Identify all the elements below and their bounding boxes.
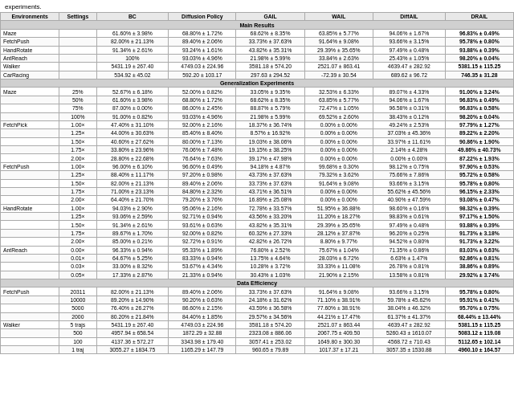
table-cell: 0.01× xyxy=(59,254,96,262)
table-cell xyxy=(1,112,59,120)
table-cell: 93.88% ± 0.39% xyxy=(445,221,513,229)
table-cell: 3581.18 ± 574.20 xyxy=(236,320,304,328)
table-cell xyxy=(1,154,59,162)
table-cell: 87.00% ± 0.00% xyxy=(96,104,169,112)
table-cell: HandRotate xyxy=(1,46,59,54)
table-cell: 84.80% ± 2.32% xyxy=(169,187,236,195)
table-cell: 98.12% ± 0.75% xyxy=(373,162,445,170)
table-cell: 44.21% ± 17.47% xyxy=(304,312,373,320)
table-cell: 80.00% ± 7.13% xyxy=(169,137,236,145)
table-cell: FetchPush xyxy=(1,38,59,46)
table-cell: 1.50× xyxy=(59,137,96,145)
table-cell: 96.83% ± 0.49% xyxy=(445,29,513,37)
table-cell: 93.66% ± 3.15% xyxy=(373,179,445,187)
table-cell xyxy=(1,271,59,279)
table-cell: 94.03% ± 2.90% xyxy=(96,204,169,212)
col-diffusion: Diffusion Policy xyxy=(169,13,236,21)
table-cell: 76.64% ± 7.63% xyxy=(169,154,236,162)
table-cell: 1.25× xyxy=(59,129,96,137)
table-cell: 50% xyxy=(59,96,96,104)
table-cell: 2067.75 ± 409.50 xyxy=(304,329,373,337)
table-cell: 68.44% ± 13.44% xyxy=(445,312,513,320)
table-cell: 960.65 ± 79.89 xyxy=(236,346,304,354)
table-cell: 0.00% ± 0.00% xyxy=(304,120,373,128)
table-cell: 4749.03 ± 224.96 xyxy=(169,320,236,328)
table-cell: 68.62% ± 8.35% xyxy=(236,96,304,104)
table-cell: 49.24% ± 2.53% xyxy=(373,120,445,128)
table-cell: 60.32% ± 27.33% xyxy=(236,229,304,237)
table-cell: 85.00% ± 0.21% xyxy=(96,238,169,246)
table-cell: 84.40% ± 1.85% xyxy=(169,312,236,320)
table-cell: 93.61% ± 0.63% xyxy=(169,221,236,229)
table-cell: 96.83% ± 0.49% xyxy=(445,96,513,104)
table-cell: 0.00% ± 0.00% xyxy=(304,129,373,137)
table-cell: Maze xyxy=(1,29,59,37)
table-cell: 4137.36 ± 572.27 xyxy=(96,337,169,345)
table-cell: 75.67% ± 1.04% xyxy=(304,246,373,254)
table-cell: 93.03% ± 4.96% xyxy=(169,112,236,120)
table-cell: 96.33% ± 0.94% xyxy=(96,246,169,254)
table-cell: 63.85% ± 5.77% xyxy=(304,29,373,37)
table-cell: 5381.15 ± 115.25 xyxy=(445,63,513,71)
table-cell: 1165.29 ± 147.79 xyxy=(169,346,236,354)
table-cell: 10.28% ± 3.72% xyxy=(236,263,304,271)
table-cell: 0.00% ± 0.00% xyxy=(304,196,373,204)
table-cell: 95.06% ± 2.16% xyxy=(169,204,236,212)
table-cell: 1.00× xyxy=(59,204,96,212)
table-cell: 1.75× xyxy=(59,187,96,195)
table-cell: 0.00% ± 0.00% xyxy=(304,187,373,195)
table-cell: 93.88% ± 0.39% xyxy=(445,46,513,54)
table-cell: CarRacing xyxy=(1,71,59,79)
table-cell xyxy=(1,346,59,354)
table-cell: 90.20% ± 0.63% xyxy=(169,296,236,304)
table-cell: 33.84% ± 2.63% xyxy=(304,54,373,62)
table-cell: 93.66% ± 3.15% xyxy=(373,287,445,296)
table-cell: 28.80% ± 22.68% xyxy=(96,154,169,162)
table-cell: 4957.94 ± 658.54 xyxy=(96,329,169,337)
table-cell: 1872.29 ± 32.88 xyxy=(169,329,236,337)
table-cell: 89.40% ± 2.06% xyxy=(169,287,236,296)
table-cell: 92.00% ± 0.82% xyxy=(169,229,236,237)
table-cell: 83.03% ± 0.63% xyxy=(445,246,513,254)
table-cell: 83.33% ± 0.94% xyxy=(169,254,236,262)
table-cell: 98.83% ± 0.61% xyxy=(373,213,445,221)
table-cell: 91.00% ± 0.82% xyxy=(96,112,169,120)
table-cell: 96.58% ± 0.31% xyxy=(373,104,445,112)
table-cell: 43.56% ± 33.20% xyxy=(236,213,304,221)
table-cell xyxy=(1,238,59,246)
table-cell: 40.60% ± 27.62% xyxy=(96,137,169,145)
table-cell: 96.20% ± 0.25% xyxy=(373,229,445,237)
table-cell: FetchPush xyxy=(1,287,59,296)
table-cell: 97.49% ± 0.48% xyxy=(373,221,445,229)
table-cell xyxy=(1,312,59,320)
table-cell: 5260.43 ± 1610.07 xyxy=(373,329,445,337)
table-cell: 61.60% ± 3.98% xyxy=(96,96,169,104)
table-cell: 0.00% ± 0.00% xyxy=(304,146,373,154)
table-cell xyxy=(1,179,59,187)
table-cell: 29.39% ± 35.65% xyxy=(304,46,373,54)
table-cell: 33.73% ± 37.63% xyxy=(236,38,304,46)
table-cell: AntReach xyxy=(1,54,59,62)
table-cell: 89.40% ± 2.06% xyxy=(169,179,236,187)
table-cell: 3581.18 ± 574.20 xyxy=(236,63,304,71)
table-cell: 75.66% ± 7.86% xyxy=(373,171,445,179)
table-cell: HandRotate xyxy=(1,204,59,212)
table-cell: 71.00% ± 23.13% xyxy=(96,187,169,195)
table-cell: 19.03% ± 38.06% xyxy=(236,137,304,145)
table-cell: 4639.47 ± 282.92 xyxy=(373,320,445,328)
table-cell: 82.00% ± 21.13% xyxy=(96,287,169,296)
table-cell: 38.04% ± 46.32% xyxy=(373,304,445,312)
table-cell: 75% xyxy=(59,104,96,112)
table-cell: 746.35 ± 31.28 xyxy=(445,71,513,79)
table-cell: 90.86% ± 1.90% xyxy=(445,137,513,145)
table-cell: 88.40% ± 11.17% xyxy=(96,171,169,179)
table-cell: 97.79% ± 1.27% xyxy=(445,120,513,128)
table-cell: 59.78% ± 45.62% xyxy=(373,296,445,304)
table-cell: 97.17% ± 1.50% xyxy=(445,213,513,221)
table-cell: 0.00% ± 0.00% xyxy=(304,154,373,162)
table-cell: 1 traj xyxy=(59,346,96,354)
table-cell: 93.06% ± 2.59% xyxy=(96,213,169,221)
table-cell: 10000 xyxy=(59,296,96,304)
table-cell: 2521.07 ± 863.44 xyxy=(304,320,373,328)
table-cell: FetchPush xyxy=(1,162,59,170)
